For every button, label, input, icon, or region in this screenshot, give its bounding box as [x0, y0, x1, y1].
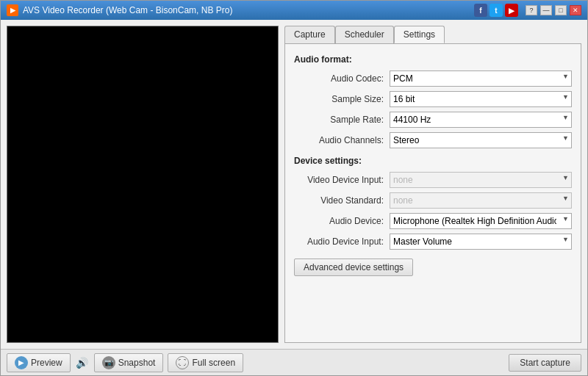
close-button[interactable]: ✕: [570, 5, 581, 15]
fullscreen-icon: ⛶: [176, 356, 189, 369]
video-panel: [7, 26, 279, 343]
audio-codec-select-wrapper[interactable]: PCM MP3 AAC: [390, 70, 572, 87]
tab-capture[interactable]: Capture: [284, 26, 335, 43]
device-settings-title: Device settings:: [294, 156, 572, 166]
volume-icon[interactable]: 🔊: [75, 355, 90, 370]
sample-rate-select-wrapper[interactable]: 8000 Hz 11025 Hz 22050 Hz 44100 Hz 48000…: [390, 112, 572, 128]
fullscreen-button[interactable]: ⛶ Full screen: [168, 353, 243, 372]
title-bar: ▶ AVS Video Recorder (Web Cam - BisonCam…: [1, 1, 587, 20]
audio-device-input-label: Audio Device Input:: [294, 236, 390, 247]
video-device-input-select: none: [390, 172, 572, 188]
title-bar-left: ▶ AVS Video Recorder (Web Cam - BisonCam…: [7, 4, 232, 16]
audio-device-select[interactable]: Microphone (Realtek High Definition Audi…: [390, 213, 572, 229]
video-device-input-wrapper: none: [390, 172, 572, 188]
audio-device-row: Audio Device: Microphone (Realtek High D…: [294, 213, 572, 229]
youtube-icon[interactable]: ▶: [505, 4, 518, 17]
audio-device-input-select[interactable]: Master Volume: [390, 234, 572, 250]
tab-settings[interactable]: Settings: [394, 26, 445, 43]
video-standard-label: Video Standard:: [294, 195, 390, 206]
audio-channels-label: Audio Channels:: [294, 135, 390, 145]
sample-size-row: Sample Size: 8 bit 16 bit 24 bit: [294, 91, 572, 107]
snapshot-button[interactable]: 📷 Snapshot: [94, 353, 164, 372]
fullscreen-label: Full screen: [192, 358, 235, 368]
sample-size-select-wrapper[interactable]: 8 bit 16 bit 24 bit: [390, 91, 572, 107]
main-window: ▶ AVS Video Recorder (Web Cam - BisonCam…: [0, 0, 588, 376]
start-capture-button[interactable]: Start capture: [509, 354, 581, 372]
tabs-row: Capture Scheduler Settings: [284, 26, 581, 43]
advanced-device-settings-button[interactable]: Advanced device settings: [294, 258, 413, 276]
audio-device-label: Audio Device:: [294, 216, 390, 226]
sample-rate-label: Sample Rate:: [294, 115, 390, 125]
audio-channels-select[interactable]: Mono Stereo: [390, 132, 572, 148]
audio-device-input-row: Audio Device Input: Master Volume: [294, 234, 572, 250]
video-standard-wrapper: none: [390, 192, 572, 209]
main-content: Capture Scheduler Settings Audio format:…: [1, 20, 587, 349]
audio-channels-row: Audio Channels: Mono Stereo: [294, 132, 572, 148]
preview-button[interactable]: ▶ Preview: [7, 353, 71, 372]
snapshot-icon: 📷: [102, 356, 115, 369]
audio-device-wrapper[interactable]: Microphone (Realtek High Definition Audi…: [390, 213, 572, 229]
snapshot-label: Snapshot: [118, 358, 156, 368]
audio-format-title: Audio format:: [294, 54, 572, 65]
video-device-input-label: Video Device Input:: [294, 175, 390, 185]
audio-device-input-wrapper[interactable]: Master Volume: [390, 234, 572, 250]
facebook-icon[interactable]: f: [474, 4, 487, 17]
audio-codec-row: Audio Codec: PCM MP3 AAC: [294, 70, 572, 87]
audio-codec-select[interactable]: PCM MP3 AAC: [390, 70, 572, 87]
preview-label: Preview: [31, 358, 62, 368]
preview-icon: ▶: [15, 356, 28, 369]
minimize-button[interactable]: —: [540, 5, 552, 15]
sample-size-select[interactable]: 8 bit 16 bit 24 bit: [390, 91, 572, 107]
bottom-bar: ▶ Preview 🔊 📷 Snapshot ⛶ Full screen Sta…: [1, 349, 587, 375]
sample-rate-select[interactable]: 8000 Hz 11025 Hz 22050 Hz 44100 Hz 48000…: [390, 112, 572, 128]
twitter-icon[interactable]: t: [490, 4, 503, 17]
tab-scheduler[interactable]: Scheduler: [335, 26, 394, 43]
help-button[interactable]: ?: [526, 5, 537, 15]
settings-panel: Capture Scheduler Settings Audio format:…: [284, 26, 581, 343]
sample-size-label: Sample Size:: [294, 94, 390, 104]
settings-body: Audio format: Audio Codec: PCM MP3 AAC S…: [284, 43, 581, 343]
video-standard-select: none: [390, 192, 572, 209]
video-device-input-row: Video Device Input: none: [294, 172, 572, 188]
app-icon: ▶: [7, 4, 18, 16]
maximize-button[interactable]: □: [555, 5, 567, 15]
video-standard-row: Video Standard: none: [294, 192, 572, 209]
sample-rate-row: Sample Rate: 8000 Hz 11025 Hz 22050 Hz 4…: [294, 112, 572, 128]
title-bar-right: f t ▶ ? — □ ✕: [474, 4, 581, 17]
audio-channels-select-wrapper[interactable]: Mono Stereo: [390, 132, 572, 148]
video-preview: [7, 26, 278, 342]
audio-codec-label: Audio Codec:: [294, 73, 390, 84]
social-icons: f t ▶: [474, 4, 518, 17]
window-title: AVS Video Recorder (Web Cam - BisonCam, …: [23, 5, 232, 15]
